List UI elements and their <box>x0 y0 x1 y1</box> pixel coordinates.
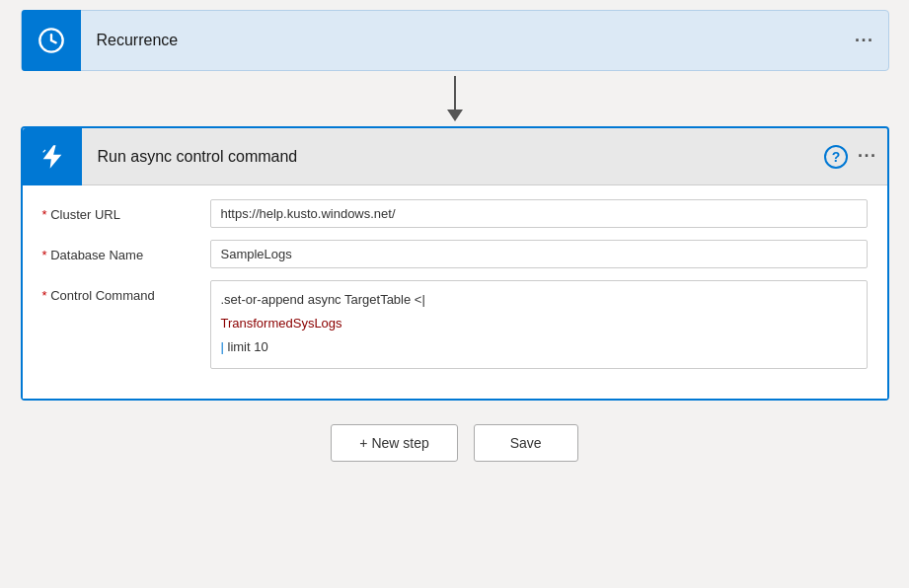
recurrence-icon-box <box>22 10 81 71</box>
clock-icon <box>38 27 65 54</box>
recurrence-card: Recurrence ··· <box>21 10 889 71</box>
database-name-label: * Database Name <box>42 240 210 262</box>
async-card-body: * Cluster URL * Database Name * Control … <box>23 185 887 399</box>
svg-line-4 <box>42 150 44 152</box>
pipe-symbol: | <box>221 339 228 354</box>
cluster-url-label: * Cluster URL <box>42 199 210 222</box>
control-command-block[interactable]: .set-or-append async TargetTable <| Tran… <box>210 280 868 369</box>
limit-text: limit 10 <box>228 339 268 354</box>
svg-line-2 <box>51 40 56 42</box>
control-command-row: * Control Command .set-or-append async T… <box>42 280 868 369</box>
cluster-url-input[interactable] <box>210 199 868 228</box>
connector-line <box>454 76 456 110</box>
svg-marker-3 <box>42 145 61 168</box>
cluster-url-row: * Cluster URL <box>42 199 868 228</box>
database-name-input[interactable] <box>210 240 868 268</box>
command-line-1: .set-or-append async TargetTable <| <box>221 289 857 311</box>
async-header-actions: ? ··· <box>824 145 887 169</box>
database-name-required: * <box>42 248 51 262</box>
control-command-required: * <box>42 288 51 303</box>
save-button[interactable]: Save <box>474 424 578 462</box>
cluster-url-label-text: Cluster URL <box>50 207 120 222</box>
control-command-label: * Control Command <box>42 280 210 303</box>
recurrence-menu[interactable]: ··· <box>841 31 888 51</box>
kusto-icon <box>38 143 66 171</box>
bottom-actions: + New step Save <box>331 424 577 462</box>
new-step-button[interactable]: + New step <box>331 424 457 462</box>
cluster-url-required: * <box>42 207 51 222</box>
database-name-label-text: Database Name <box>50 248 143 262</box>
async-card-title: Run async control command <box>82 148 824 166</box>
control-command-label-text: Control Command <box>50 288 155 303</box>
async-card-header: Run async control command ? ··· <box>23 128 887 185</box>
async-card-menu[interactable]: ··· <box>858 146 877 167</box>
async-card: Run async control command ? ··· * Cluste… <box>21 126 889 401</box>
recurrence-title: Recurrence <box>81 32 841 49</box>
arrow-connector <box>447 71 463 126</box>
help-icon[interactable]: ? <box>824 145 848 169</box>
async-icon-box <box>23 128 82 185</box>
command-line-3: | limit 10 <box>221 336 857 358</box>
arrow-head-icon <box>447 110 463 121</box>
command-line-2: TransformedSysLogs <box>221 313 857 334</box>
database-name-row: * Database Name <box>42 240 868 268</box>
